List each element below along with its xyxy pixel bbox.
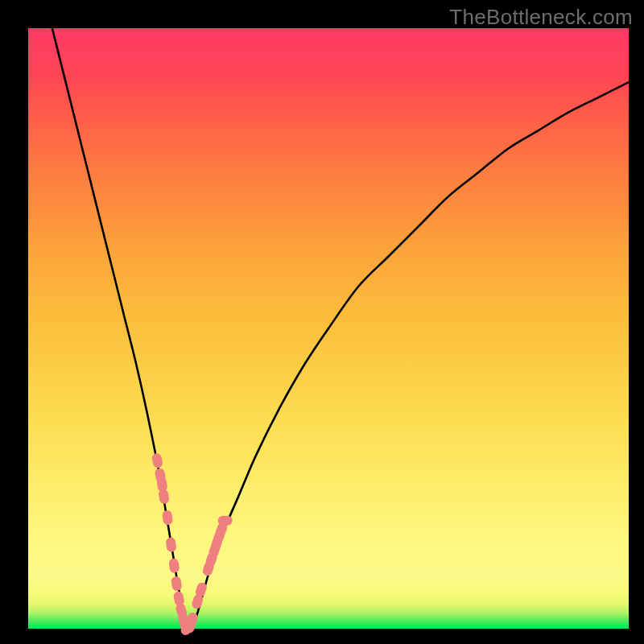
highlight-dots [151, 452, 233, 637]
highlight-dot [151, 452, 163, 469]
highlight-dot [168, 558, 180, 573]
highlight-dot [158, 489, 170, 505]
highlight-dot [171, 576, 183, 592]
curve-group [52, 28, 629, 629]
watermark-text: TheBottleneck.com [449, 5, 633, 30]
highlight-dot [162, 510, 173, 525]
bottleneck-curve-svg [28, 28, 629, 629]
plot-area [28, 28, 629, 629]
bottleneck-curve-path [52, 28, 629, 629]
highlight-dot [218, 516, 233, 526]
highlight-dot [165, 537, 176, 553]
chart-frame: TheBottleneck.com [0, 0, 644, 644]
